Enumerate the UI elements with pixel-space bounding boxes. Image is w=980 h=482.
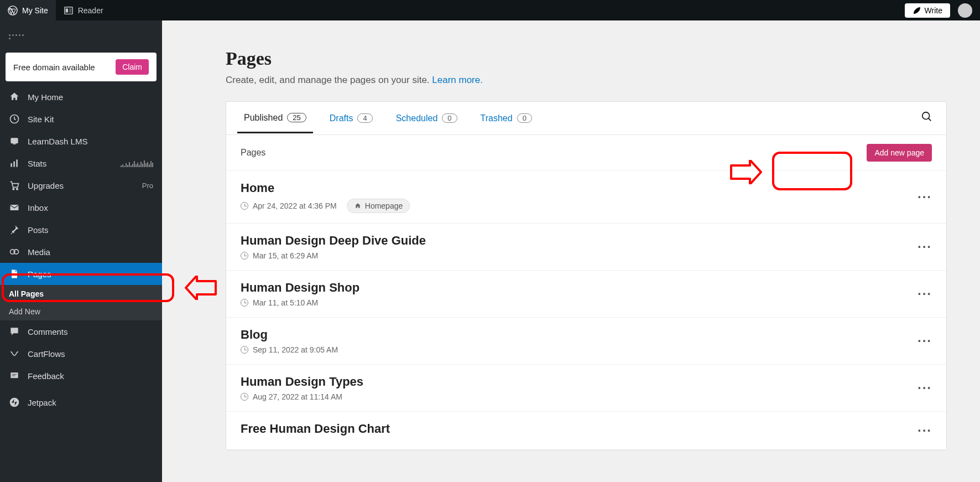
sidebar-item-media[interactable]: Media [0, 241, 162, 263]
tab-label: Scheduled [396, 113, 438, 123]
list-header-title: Pages [241, 148, 265, 158]
row-more-button[interactable]: ··· [918, 333, 932, 349]
page-title-text: Home [241, 181, 918, 195]
page-date: Aug 27, 2022 at 11:14 AM [241, 392, 918, 401]
sitekit-icon [9, 113, 20, 125]
sidebar: Free domain available Claim My Home Site… [0, 20, 162, 482]
row-more-button[interactable]: ··· [918, 189, 932, 205]
sidebar-item-cartflows[interactable]: CartFlows [0, 343, 162, 365]
clock-icon [241, 299, 248, 307]
row-more-button[interactable]: ··· [918, 286, 932, 302]
topbar: My Site Reader Write [0, 0, 980, 20]
tab-drafts[interactable]: Drafts 4 [323, 105, 379, 132]
sidebar-item-label: Feedback [28, 371, 64, 381]
svg-rect-7 [11, 138, 18, 143]
sidebar-item-pages[interactable]: Pages [0, 263, 162, 285]
sidebar-item-label: Inbox [28, 203, 48, 213]
sidebar-item-label: Pages [28, 269, 51, 279]
feedback-icon [9, 370, 20, 381]
tab-trashed[interactable]: Trashed 0 [474, 105, 539, 132]
tab-scheduled[interactable]: Scheduled 0 [389, 105, 464, 132]
topbar-mysite-label: My Site [22, 6, 48, 15]
sidebar-item-learndash[interactable]: LearnDash LMS [0, 130, 162, 152]
clock-icon [241, 346, 248, 354]
wordpress-icon [8, 6, 18, 15]
sidebar-item-label: Site Kit [28, 115, 54, 124]
sidebar-item-label: Upgrades [28, 181, 64, 190]
page-date: Apr 24, 2022 at 4:36 PMHomepage [241, 199, 918, 213]
tab-label: Published [244, 113, 283, 123]
site-switcher[interactable] [0, 20, 162, 53]
status-tabs: Published 25 Drafts 4 Scheduled 0 Trashe… [226, 102, 946, 135]
stats-icon [9, 158, 20, 169]
comment-icon [9, 326, 20, 337]
page-icon [9, 268, 20, 279]
pro-badge: Pro [142, 182, 153, 190]
row-more-button[interactable]: ··· [918, 239, 932, 255]
sidebar-item-posts[interactable]: Posts [0, 219, 162, 241]
svg-rect-10 [13, 162, 15, 167]
main-content: Pages Create, edit, and manage the pages… [162, 20, 980, 482]
list-header: Pages Add new page [226, 135, 946, 171]
row-more-button[interactable]: ··· [918, 380, 932, 396]
clock-icon [241, 202, 248, 210]
page-title-text: Human Design Types [241, 375, 918, 389]
tab-count: 25 [287, 113, 306, 122]
svg-rect-2 [65, 8, 68, 12]
row-more-button[interactable]: ··· [918, 423, 932, 438]
leaf-icon [913, 6, 921, 15]
sidebar-item-label: CartFlows [28, 349, 65, 359]
add-new-page-button[interactable]: Add new page [867, 144, 932, 162]
sidebar-item-upgrades[interactable]: Upgrades Pro [0, 174, 162, 196]
search-icon[interactable] [919, 102, 935, 134]
write-button[interactable]: Write [905, 3, 950, 18]
sidebar-item-label: Comments [28, 327, 68, 336]
clock-icon [241, 252, 248, 260]
page-row[interactable]: Human Design Deep Dive GuideMar 15, at 6… [226, 224, 946, 271]
page-row[interactable]: BlogSep 11, 2022 at 9:05 AM··· [226, 318, 946, 365]
home-icon [354, 202, 362, 210]
pages-card: Published 25 Drafts 4 Scheduled 0 Trashe… [226, 101, 947, 450]
page-title: Pages [226, 48, 947, 69]
svg-point-20 [10, 398, 19, 407]
page-row[interactable]: Human Design TypesAug 27, 2022 at 11:14 … [226, 365, 946, 412]
mail-icon [9, 202, 20, 213]
sidebar-item-feedback[interactable]: Feedback [0, 365, 162, 387]
page-row[interactable]: Free Human Design Chart··· [226, 412, 946, 450]
page-title-text: Human Design Shop [241, 281, 918, 295]
domain-banner: Free domain available Claim [6, 53, 157, 81]
homepage-badge: Homepage [347, 199, 410, 213]
sidebar-item-comments[interactable]: Comments [0, 320, 162, 343]
topbar-reader[interactable]: Reader [56, 0, 111, 20]
svg-point-21 [922, 112, 930, 120]
cart-icon [9, 180, 20, 191]
tab-label: Drafts [330, 113, 353, 123]
sidebar-item-stats[interactable]: Stats [0, 152, 162, 174]
learn-more-link[interactable]: Learn more. [432, 75, 483, 85]
tab-count: 4 [357, 113, 372, 123]
page-date: Mar 15, at 6:29 AM [241, 251, 918, 260]
subtitle-text: Create, edit, and manage the pages on yo… [226, 75, 432, 85]
submenu-all-pages[interactable]: All Pages [0, 285, 162, 303]
svg-rect-17 [11, 372, 18, 378]
sidebar-item-myhome[interactable]: My Home [0, 86, 162, 108]
page-row[interactable]: HomeApr 24, 2022 at 4:36 PMHomepage··· [226, 171, 946, 224]
sidebar-item-label: LearnDash LMS [28, 137, 87, 146]
page-date: Mar 11, at 5:10 AM [241, 298, 918, 307]
domain-text: Free domain available [13, 63, 95, 72]
jetpack-icon [9, 397, 20, 408]
page-date: Sep 11, 2022 at 9:05 AM [241, 345, 918, 354]
claim-button[interactable]: Claim [116, 59, 149, 75]
submenu-add-new[interactable]: Add New [0, 303, 162, 320]
home-icon [9, 91, 20, 102]
page-row[interactable]: Human Design ShopMar 11, at 5:10 AM··· [226, 271, 946, 318]
topbar-mysite[interactable]: My Site [0, 0, 56, 20]
sidebar-item-jetpack[interactable]: Jetpack [0, 391, 162, 413]
avatar[interactable] [958, 3, 972, 18]
svg-rect-11 [16, 159, 18, 167]
sidebar-item-sitekit[interactable]: Site Kit [0, 108, 162, 130]
svg-rect-14 [11, 205, 19, 210]
tab-published[interactable]: Published 25 [237, 104, 313, 133]
sidebar-item-inbox[interactable]: Inbox [0, 196, 162, 219]
svg-point-12 [13, 188, 14, 190]
